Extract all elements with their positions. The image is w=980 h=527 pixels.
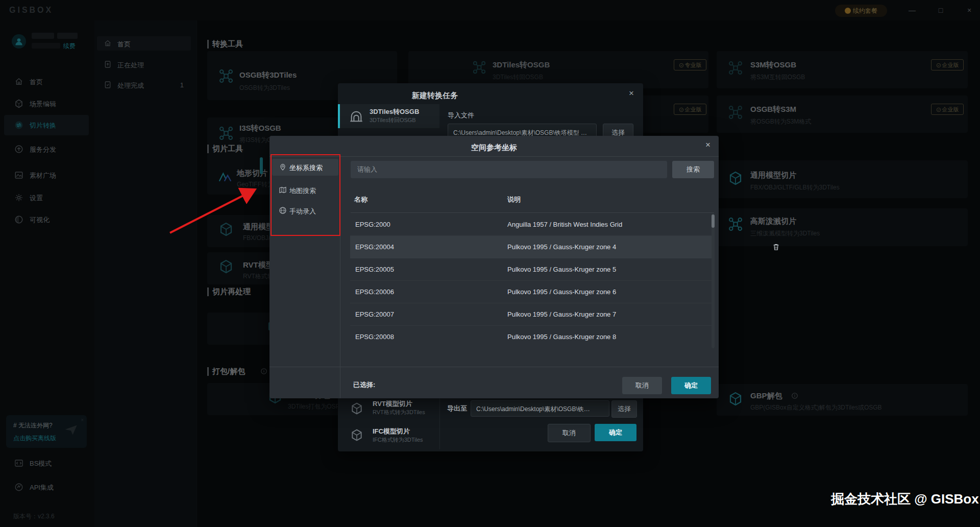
- list-divider: [439, 393, 440, 449]
- app-window: GISBOX 续约套餐 — □ × 续费 首页 场景编辑 切片转换 服务分发 素…: [0, 0, 980, 527]
- import-file-label: 导入文件: [448, 111, 474, 120]
- footer-divider: [270, 367, 719, 367]
- col-desc: 说明: [507, 195, 521, 204]
- search-button[interactable]: 搜索: [672, 161, 714, 178]
- choose-export-button[interactable]: 选择: [611, 400, 637, 418]
- table-row[interactable]: EPSG:20008 Pulkovo 1995 / Gauss-Kruger z…: [350, 326, 715, 348]
- list-item-3dtiles-to-osgb[interactable]: 3DTiles转OSGB 3DTiles转回OSGB: [340, 104, 439, 128]
- confirm-button[interactable]: 确定: [595, 424, 636, 441]
- table-row[interactable]: EPSG:20007 Pulkovo 1995 / Gauss-Kruger z…: [350, 303, 715, 326]
- cancel-button[interactable]: 取消: [622, 377, 662, 394]
- list-item-ifc-slice[interactable]: IFC模型切片 IFC格式转为3DTiles: [343, 424, 437, 447]
- close-icon[interactable]: ×: [705, 140, 710, 150]
- confirm-button[interactable]: 确定: [671, 377, 711, 394]
- modal-title: 新建转换任务: [412, 91, 458, 101]
- selected-indicator: [338, 104, 340, 128]
- search-input[interactable]: 请输入: [351, 161, 667, 178]
- cancel-button[interactable]: 取消: [548, 424, 591, 442]
- trash-icon[interactable]: [772, 243, 780, 251]
- cube-icon: [350, 428, 363, 442]
- list-item-rvt-slice[interactable]: RVT模型切片 RVT格式转为3DTiles: [343, 397, 437, 421]
- export-to-label: 导出至: [447, 404, 467, 413]
- table-row[interactable]: EPSG:20006 Pulkovo 1995 / Gauss-Kruger z…: [350, 281, 715, 303]
- table-row[interactable]: EPSG:20005 Pulkovo 1995 / Gauss-Kruger z…: [350, 258, 715, 281]
- selected-label: 已选择:: [353, 380, 375, 390]
- scrollbar-track[interactable]: [712, 213, 715, 348]
- scrollbar-thumb[interactable]: [712, 214, 715, 228]
- gate-icon: [349, 109, 363, 124]
- watermark: 掘金技术社区 @ GISBox: [831, 490, 979, 508]
- table-row[interactable]: EPSG:2000 Anguilla 1957 / British West I…: [350, 213, 715, 236]
- table-row-selected[interactable]: EPSG:20004 Pulkovo 1995 / Gauss-Kruger z…: [350, 236, 715, 258]
- export-path-input[interactable]: C:\Users\admin\Desktop\素材\OSGB\铁…: [471, 400, 609, 417]
- table-header-divider: [351, 212, 714, 213]
- cube-icon: [350, 401, 363, 416]
- modal-title: 空间参考坐标: [270, 143, 719, 153]
- close-icon[interactable]: ×: [629, 88, 634, 99]
- col-name: 名称: [354, 195, 368, 204]
- annotation-red-box: [271, 154, 340, 236]
